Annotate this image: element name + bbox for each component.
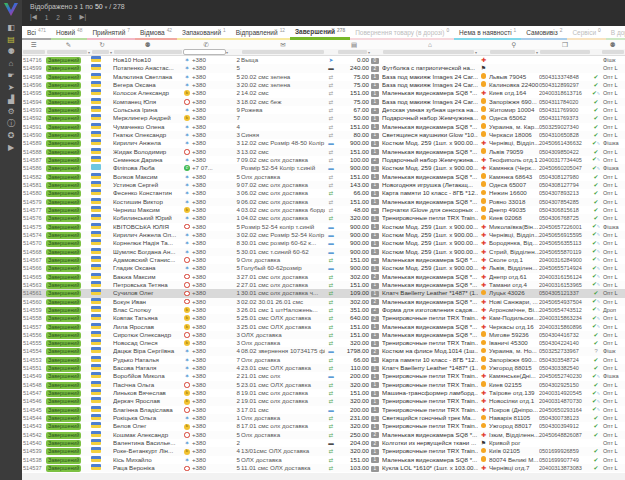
money-icon[interactable]: ▤ bbox=[337, 40, 371, 49]
statistics-icon[interactable]: ▟ bbox=[0, 94, 22, 106]
first-page-button[interactable]: |◀ bbox=[30, 13, 37, 21]
order-row[interactable]: 514580ЗавершенийФесенко Константин✶+3803… bbox=[22, 189, 625, 197]
order-row[interactable]: 514556ЗавершенийСиротюк Олександр+3803ОЛ… bbox=[22, 331, 625, 339]
order-row[interactable]: 514547ЗавершенийЛиньков Вячеславlc+38081… bbox=[22, 389, 625, 397]
order-row[interactable]: 514587ЗавершенийСеменюк Дарина✶+380709.0… bbox=[22, 156, 625, 164]
order-row[interactable]: 514543ЗавершенийБелов Олегlc+380817.01 с… bbox=[22, 422, 625, 430]
client-icon[interactable]: ⚉ bbox=[113, 40, 183, 49]
clients-icon[interactable]: ⚉ bbox=[0, 46, 22, 58]
order-row[interactable]: 514594ЗавершенийКомпанец Юля+380318.02 с… bbox=[22, 98, 625, 106]
order-row[interactable]: 514576ЗавершенийКобилинський Юрий✶+38010… bbox=[22, 214, 625, 222]
order-row[interactable]: 514599ЗавершенийПотапенко Анастас...✶+38… bbox=[22, 64, 625, 72]
order-row[interactable]: 514554ЗавершенийДацюк Віра Сергіївна✶+38… bbox=[22, 347, 625, 355]
tab-Відправлений[interactable]: Відправлений12 bbox=[231, 26, 290, 40]
page-button-3[interactable]: 3 bbox=[68, 14, 72, 21]
channel-column-filter[interactable] bbox=[602, 50, 624, 55]
order-row[interactable]: 514551ЗавершенийБасова Наталя✶+380423.01… bbox=[22, 364, 625, 372]
phone-column-filter[interactable] bbox=[184, 50, 225, 55]
tab-Сервіси[interactable]: Сервіси0 bbox=[567, 26, 605, 40]
order-row[interactable]: 514591ЗавершенийЧумаченко Олена✶+3804⇄15… bbox=[22, 123, 625, 131]
order-row[interactable]: 514538ЗавершенийКісь Михайло✶+3805ОЛХ до… bbox=[22, 456, 625, 464]
delivered-column[interactable] bbox=[591, 40, 601, 49]
order-row[interactable]: 514582ЗавершенийВолков Максим✶+3805Олх д… bbox=[22, 173, 625, 181]
order-row[interactable]: 514574ЗавершенийКирилич Анжела Ол...✶+38… bbox=[22, 231, 625, 239]
order-row[interactable]: 514579ЗавершенийКостишин Виктор✶+380906.… bbox=[22, 198, 625, 206]
total-column-filter[interactable] bbox=[338, 50, 367, 55]
status-icon[interactable]: ✎ bbox=[46, 40, 91, 49]
order-row[interactable]: 514589ЗавершенийКирилич Анжела✶+380312.0… bbox=[22, 139, 625, 147]
orders-icon[interactable]: ▤ bbox=[0, 34, 22, 46]
messages-column[interactable] bbox=[229, 40, 241, 49]
page-button-2[interactable]: 2 bbox=[56, 14, 60, 21]
order-row[interactable]: 514570ЗавершенийКорнелюк Надія Та...✶+38… bbox=[22, 239, 625, 247]
order-row[interactable]: 514581ЗавершенийУстинов Сергей✶+380907.0… bbox=[22, 181, 625, 189]
order-row[interactable]: 514542ЗавершенийКошмак Александр+3805Олх… bbox=[22, 431, 625, 439]
comment-icon[interactable]: ✉ bbox=[241, 40, 325, 49]
video-icon[interactable]: ▶ bbox=[0, 142, 22, 154]
order-row[interactable]: 514575ЗавершенийКВІТОВСЬКА ЮЛІЯ+3805Розм… bbox=[22, 223, 625, 231]
page-button-1[interactable]: 1 bbox=[45, 14, 49, 21]
bag-icon[interactable]: ⌂ bbox=[382, 40, 478, 49]
order-row[interactable]: 514586ЗавершенийФіліпова Люба✆+7 07...Ро… bbox=[22, 164, 625, 172]
last-page-button[interactable]: ▶| bbox=[80, 13, 87, 21]
order-row[interactable]: 514559ЗавершенийВлас Слотюуlc+380326.01 … bbox=[22, 306, 625, 314]
refresh-icon[interactable]: ↻ bbox=[91, 40, 113, 49]
app-logo[interactable] bbox=[3, 2, 19, 17]
order-row[interactable]: 514540ЗавершенийВалентина Василье...✶+38… bbox=[22, 439, 625, 447]
order-row[interactable]: 514544ЗавершенийРокіцька Ольга✶+3801Олх … bbox=[22, 414, 625, 422]
tab-Відмова[interactable]: Відмова42 bbox=[135, 26, 177, 40]
tab-Повернення товару (в дорозі)[interactable]: Повернення товару (в дорозі)0 bbox=[350, 26, 454, 40]
order-row[interactable]: 514545ЗавершенийБлагінна Владіслава+3803… bbox=[22, 406, 625, 414]
products-icon[interactable]: ☛ bbox=[0, 70, 22, 82]
order-row[interactable]: 514598ЗавершенийМалютина Светлана✶+38052… bbox=[22, 73, 625, 81]
tab-Запакований[interactable]: Запакований1 bbox=[177, 26, 231, 40]
order-row[interactable]: 514588ЗавершенийЖидак Володимир+380313.0… bbox=[22, 148, 625, 156]
order-row[interactable]: 514590ЗавершенийГнатюк Олександр✶+3803Си… bbox=[22, 131, 625, 139]
order-row[interactable]: 514548ЗавершенийПасічна Ольга+380523.01 … bbox=[22, 381, 625, 389]
order-row[interactable]: 514537ЗавершенийРаца Вероніка+380511.01 … bbox=[22, 464, 625, 472]
order-row[interactable]: 514567ЗавершенийАдамовский Станис...+380… bbox=[22, 256, 625, 264]
country-column-filter[interactable] bbox=[92, 50, 109, 55]
order-row[interactable]: 514549ЗавершенийВоробйов Микола✶+380221.… bbox=[22, 372, 625, 380]
tab-Всі[interactable]: Всі471 bbox=[22, 26, 51, 40]
comment-column-filter[interactable] bbox=[242, 50, 324, 55]
payment-column[interactable] bbox=[325, 40, 337, 49]
order-row[interactable]: 514557ЗавершенийЛила Ярославlc+380325.01… bbox=[22, 323, 625, 331]
tracking-column-filter[interactable] bbox=[540, 50, 590, 55]
rows-icon[interactable]: ☰ bbox=[22, 40, 46, 49]
tab-В дорозі додому[interactable]: В дорозі додому0 bbox=[606, 26, 625, 40]
automation-icon[interactable]: ⚙ bbox=[0, 106, 22, 118]
info-icon[interactable]: ⓘ bbox=[0, 118, 22, 130]
product-column-filter[interactable] bbox=[383, 50, 474, 55]
location-icon[interactable]: ⚲ bbox=[489, 40, 539, 49]
companies-icon[interactable]: ⌂ bbox=[0, 58, 22, 70]
tab-Нема в наявності[interactable]: Нема в наявності1 bbox=[454, 26, 521, 40]
partners-icon[interactable]: ✪ bbox=[0, 130, 22, 142]
manager-icon[interactable]: ⚉ bbox=[601, 40, 625, 49]
carrier-column[interactable] bbox=[478, 40, 489, 49]
page-size-dropdown[interactable]: 50 ▾ bbox=[95, 3, 107, 10]
order-row[interactable]: 514563ЗавершенийПетровська Тетяна+380227… bbox=[22, 281, 625, 289]
order-id-column-filter[interactable] bbox=[23, 50, 45, 55]
client-column-filter[interactable] bbox=[114, 50, 182, 55]
order-row[interactable]: 514555ЗавершенийНовосад Олесяlc+3803Олх … bbox=[22, 339, 625, 347]
order-row[interactable]: 514716ЗавершенийНов10 Нов10✶+3802Выща➤0.… bbox=[22, 56, 625, 64]
order-row[interactable]: 514593ЗавершенийСольська Ірина✶+3809Роже… bbox=[22, 106, 625, 114]
order-row[interactable]: 514565ЗавершенийБаюка Максим+380327.01 с… bbox=[22, 273, 625, 281]
phone-icon[interactable]: ✆ bbox=[183, 40, 229, 49]
order-row[interactable]: 514595ЗавершенийКолосок Александрlc+3802… bbox=[22, 89, 625, 97]
order-row[interactable]: 514592ЗавершенийМерклингер Андрейlc+3807… bbox=[22, 114, 625, 122]
order-row[interactable]: 514546ЗавершенийДеркач Ярославlc+380219.… bbox=[22, 397, 625, 405]
order-row[interactable]: 514553ЗавершенийРудько Наталья✶+3807Олх … bbox=[22, 356, 625, 364]
truck-icon[interactable]: ❒ bbox=[539, 40, 591, 49]
tab-Самовивіз[interactable]: Самовивіз2 bbox=[521, 26, 567, 40]
order-row[interactable]: 514539ЗавершенийРоке-Бетанкурт Лін...lc+… bbox=[22, 447, 625, 455]
order-row[interactable]: 514596ЗавершенийВегера Оксана✶+380320.02… bbox=[22, 81, 625, 89]
tab-Новий[interactable]: Новий48 bbox=[51, 26, 87, 40]
order-row[interactable]: 514566ЗавершенийГладик Оксана✶+3805Голуб… bbox=[22, 264, 625, 272]
tab-Прийнятий[interactable]: Прийнятий7 bbox=[87, 26, 135, 40]
order-row[interactable]: 514561ЗавершенийСучилов Олег+380130.01 с… bbox=[22, 289, 625, 297]
city-column-filter[interactable] bbox=[490, 50, 535, 55]
order-row[interactable]: 514568ЗавершенийШумляс Богдана Ан...✶+38… bbox=[22, 248, 625, 256]
order-row[interactable]: 514577ЗавершенийЧерниш Максимlc+380403.0… bbox=[22, 206, 625, 214]
